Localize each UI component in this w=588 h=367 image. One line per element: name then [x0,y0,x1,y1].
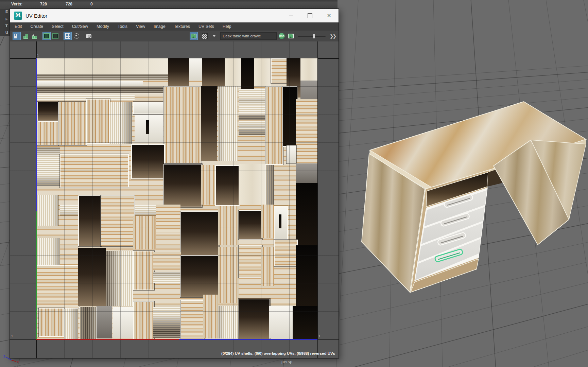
uv-shell-block [37,102,58,121]
uv-shell-block [271,58,288,83]
pixel-snap-grid-icon[interactable] [64,32,72,40]
hud-poly-count-labels: E F T U [0,9,10,36]
grid-label-1-bottom-right: 1 [318,334,320,338]
image-exposure-icon[interactable] [287,32,295,40]
uv-shell-block [225,58,242,88]
uv-shell-block [113,307,133,338]
uv-shell-block [215,165,240,206]
uv-shell-block [296,99,317,163]
uv-shell-block [80,307,97,339]
uv-shell-block [36,74,168,80]
uv-shell-block [39,308,64,337]
uv-shell-block [293,306,317,339]
uv-shell-block [58,102,87,145]
display-image-icon[interactable] [42,32,51,40]
menu-edit[interactable]: Edit [15,24,22,29]
minimize-button[interactable] [281,9,300,22]
uv-shell-block [265,86,284,165]
uv-shell-block [296,245,317,306]
uv-shell-block [239,121,265,127]
uv-shell-block [239,99,265,105]
uv-shell-block [180,300,204,340]
uv-distortion-icon[interactable] [13,32,21,40]
maya-logo-icon [14,12,22,20]
uv-shell-block [78,248,106,306]
rgb-channels-icon[interactable]: RGB [279,33,285,39]
menu-modify[interactable]: Modify [97,24,109,29]
u-axis-red [36,339,179,340]
uv-shell-block [239,245,262,278]
uv-shell-block [133,216,156,249]
uv-shell-block [287,145,296,164]
layout-shells-icon[interactable] [21,32,30,40]
menu-view[interactable]: View [136,24,145,29]
menu-help[interactable]: Help [223,24,231,29]
uv-editor-titlebar[interactable]: UV Editor ✕ [10,9,339,22]
uv-texture-layout[interactable] [36,58,317,339]
texture-dropdown-arrow-icon[interactable] [213,35,215,37]
uv-canvas[interactable]: 1 1 1 (0/284) UV shells, (0/0) overlappi… [10,41,339,358]
menu-textures[interactable]: Textures [174,24,190,29]
uv-shell-block [203,295,218,338]
checkerboard-icon[interactable] [201,32,209,40]
shade-uvs-icon[interactable] [72,32,81,40]
uv-shell-block [131,144,165,179]
exposure-slider[interactable] [298,36,326,37]
menu-create[interactable]: Create [31,24,44,29]
uv-shell-block [37,121,58,145]
menu-select[interactable]: Select [52,24,64,29]
menu-cut-sew[interactable]: Cut/Sew [72,24,88,29]
uv-editor-toolbar: Desk table with drawe RGB ❯❯ [10,31,339,41]
uv-snapshot-icon[interactable] [85,32,93,40]
uv-shell-block [239,128,265,135]
uv-statistics-status: (0/284) UV shells, (0/0) overlapping UVs… [221,351,335,355]
slider-handle[interactable] [313,34,315,38]
uv-shell-block [153,272,181,283]
toolbar-overflow-chevrons-icon[interactable]: ❯❯ [330,34,336,39]
texture-display-icon[interactable] [190,32,198,40]
uv-shell-block [133,251,154,290]
uv-shell-block [218,86,238,161]
uv-shell-block [261,247,274,286]
axis-x-label: x [17,360,19,364]
menu-image[interactable]: Image [154,24,166,29]
uv-shell-block [279,214,281,228]
close-button[interactable]: ✕ [319,9,339,22]
uv-shell-block [180,211,219,256]
orient-shells-icon[interactable] [30,32,38,40]
menu-uv-sets[interactable]: UV Sets [198,24,214,29]
uv-shell-block [36,87,168,93]
maximize-button[interactable] [300,9,319,22]
uv-shell-block [189,58,202,81]
uv-shell-block [153,252,181,270]
hud-verts-value-1: 728 [40,2,47,6]
uv-shell-block [180,255,219,297]
uv-shell-block [241,58,254,89]
uv-shell-block [269,306,293,338]
uv-shell-block [36,95,135,100]
uv-editor-menubar: EditCreateSelectCut/SewModifyToolsViewIm… [10,22,339,31]
uv-shell-block [78,195,102,246]
uv-editor-window: UV Editor ✕ EditCreateSelectCut/SewModif… [10,8,339,359]
uv-shell-block [36,195,58,226]
menu-tools[interactable]: Tools [118,24,127,29]
uv-shell-block [218,247,239,303]
image-ratio-icon[interactable] [51,32,59,40]
uv-shell-block [202,58,225,89]
uv-shell-block [300,58,317,81]
hud-verts-label: Verts: [11,2,22,6]
uv-shell-block [36,238,60,265]
uv-shell-block [97,306,112,338]
axis-z-label: z [3,354,5,358]
uv-shell-block [239,299,270,339]
uv-shell-block [163,164,202,207]
grid-line-u1 [317,41,318,358]
texture-name-field[interactable]: Desk table with drawe [220,32,277,40]
heads-up-display-bar: Verts: 728 728 0 [0,0,338,9]
uv-shell-block [168,58,189,88]
uv-border-blue-bottom [179,339,317,340]
uv-shell-block [296,183,317,245]
uv-shell-block [133,102,164,114]
uv-border-blue-left [36,58,37,211]
window-title: UV Editor [25,13,47,19]
